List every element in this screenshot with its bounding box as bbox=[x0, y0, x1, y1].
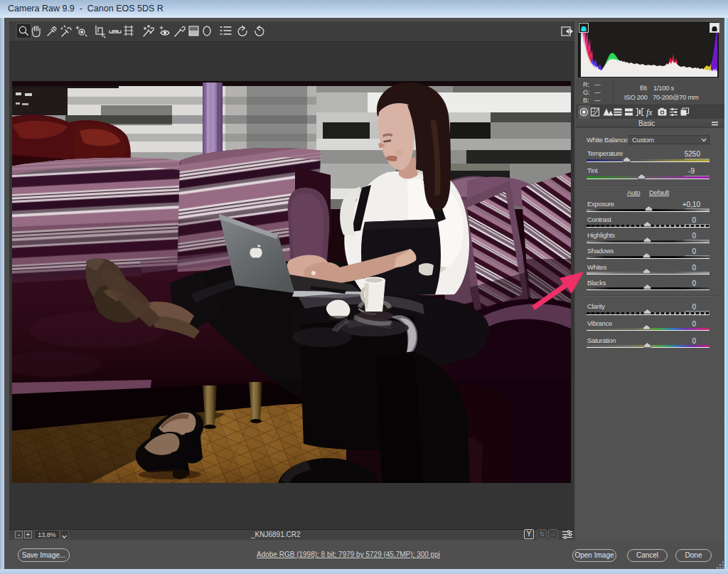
svg-text:fx: fx bbox=[646, 107, 653, 117]
